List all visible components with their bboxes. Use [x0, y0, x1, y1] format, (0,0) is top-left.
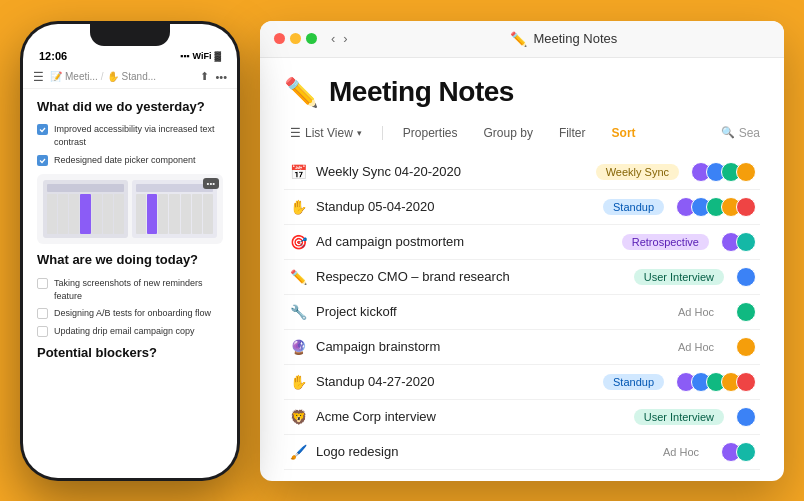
search-icon: 🔍	[721, 126, 735, 139]
avatar	[736, 372, 756, 392]
phone-navigation: ☰ 📝 Meeti... / ✋ Stand... ⬆ •••	[23, 66, 237, 89]
page-emoji: ✏️	[284, 76, 319, 109]
page-title: Meeting Notes	[329, 76, 514, 108]
phone-notch	[90, 24, 170, 46]
avatar	[736, 337, 756, 357]
meeting-emoji: 🔧	[288, 304, 308, 320]
meeting-avatars	[736, 337, 756, 357]
share-icon[interactable]: ⬆	[200, 70, 209, 83]
meeting-emoji: 🦁	[288, 409, 308, 425]
sort-button[interactable]: Sort	[606, 123, 642, 143]
avatar	[736, 232, 756, 252]
meeting-name: Acme Corp interview	[316, 409, 626, 424]
breadcrumb-emoji-1: 📝	[50, 71, 62, 82]
phone-time: 12:06	[39, 50, 67, 62]
unchecked-text-3: Updating drip email campaign copy	[54, 325, 195, 338]
avatar	[736, 267, 756, 287]
properties-button[interactable]: Properties	[397, 123, 464, 143]
traffic-lights	[274, 33, 317, 44]
meeting-emoji: ✋	[288, 199, 308, 215]
meeting-tag: Standup	[603, 199, 664, 215]
battery-icon: ▓	[214, 51, 221, 61]
window-nav: ‹ ›	[331, 31, 348, 46]
checkbox-2[interactable]	[37, 155, 48, 166]
checkbox-3[interactable]	[37, 278, 48, 289]
meeting-emoji: 🔮	[288, 339, 308, 355]
meeting-row[interactable]: ✋Standup 04-27-2020Standup	[284, 365, 760, 400]
window-title-text: Meeting Notes	[533, 31, 617, 46]
back-button[interactable]: ‹	[331, 31, 335, 46]
checked-item-1: Improved accessibility via increased tex…	[37, 123, 223, 148]
meeting-tag: Standup	[603, 374, 664, 390]
meeting-row[interactable]: ✋Standup 05-04-2020Standup	[284, 190, 760, 225]
search-box[interactable]: 🔍 Sea	[721, 126, 760, 140]
meeting-row[interactable]: 🦁Acme Corp interviewUser Interview	[284, 400, 760, 435]
close-button[interactable]	[274, 33, 285, 44]
meeting-avatars	[676, 197, 756, 217]
signal-icon: ▪▪▪	[180, 51, 190, 61]
window-titlebar: ‹ › ✏️ Meeting Notes	[260, 21, 784, 58]
more-icon[interactable]: •••	[215, 71, 227, 83]
meeting-row[interactable]: 🔧Project kickoffAd Hoc	[284, 295, 760, 330]
avatar	[736, 442, 756, 462]
meeting-emoji: ✏️	[288, 269, 308, 285]
window-body: ✏️ Meeting Notes ☰ List View ▾ Propertie…	[260, 58, 784, 481]
page-title-row: ✏️ Meeting Notes	[284, 76, 760, 109]
filter-button[interactable]: Filter	[553, 123, 592, 143]
avatar	[736, 162, 756, 182]
window-title-emoji: ✏️	[510, 31, 527, 47]
forward-button[interactable]: ›	[343, 31, 347, 46]
group-by-button[interactable]: Group by	[478, 123, 539, 143]
checkbox-5[interactable]	[37, 326, 48, 337]
breadcrumb-item-2[interactable]: Stand...	[122, 71, 156, 82]
checkbox-1[interactable]	[37, 124, 48, 135]
meeting-row[interactable]: 🖌️Logo redesignAd Hoc	[284, 435, 760, 470]
meeting-tag: Ad Hoc	[653, 444, 709, 460]
unchecked-text-1: Taking screenshots of new reminders feat…	[54, 277, 223, 302]
meeting-tag: Ad Hoc	[668, 339, 724, 355]
meeting-row[interactable]: 🔮Campaign brainstormAd Hoc	[284, 330, 760, 365]
meeting-row[interactable]: 📊A/B test findingsAd Hoc	[284, 470, 760, 471]
meeting-tag: User Interview	[634, 409, 724, 425]
breadcrumb-item-1[interactable]: Meeti...	[65, 71, 98, 82]
image-preview: •••	[37, 174, 223, 244]
list-view-chevron: ▾	[357, 128, 362, 138]
meeting-avatars	[721, 442, 756, 462]
search-label: Sea	[739, 126, 760, 140]
maximize-button[interactable]	[306, 33, 317, 44]
list-view-button[interactable]: ☰ List View ▾	[284, 123, 368, 143]
meeting-name: Standup 04-27-2020	[316, 374, 595, 389]
section3-title: Potential blockers?	[37, 345, 223, 362]
meeting-emoji: 🎯	[288, 234, 308, 250]
meeting-name: Standup 05-04-2020	[316, 199, 595, 214]
meeting-name: Campaign brainstorm	[316, 339, 660, 354]
meeting-avatars	[721, 232, 756, 252]
toolbar: ☰ List View ▾ Properties Group by Filter…	[284, 123, 760, 143]
section1-title: What did we do yesterday?	[37, 99, 223, 116]
meeting-tag: User Interview	[634, 269, 724, 285]
meeting-emoji: ✋	[288, 374, 308, 390]
unchecked-text-2: Designing A/B tests for onboarding flow	[54, 307, 211, 320]
meeting-name: Respeczo CMO – brand research	[316, 269, 626, 284]
list-view-label: List View	[305, 126, 353, 140]
checked-text-2: Redesigned date picker component	[54, 154, 196, 167]
meeting-avatars	[736, 407, 756, 427]
meeting-row[interactable]: 📅Weekly Sync 04-20-2020Weekly Sync	[284, 155, 760, 190]
phone-content: What did we do yesterday? Improved acces…	[23, 89, 237, 478]
meeting-row[interactable]: ✏️Respeczo CMO – brand researchUser Inte…	[284, 260, 760, 295]
checkbox-4[interactable]	[37, 308, 48, 319]
breadcrumb-separator: /	[101, 71, 104, 82]
meeting-tag: Ad Hoc	[668, 304, 724, 320]
meeting-name: Project kickoff	[316, 304, 660, 319]
phone-nav-actions: ⬆ •••	[200, 70, 227, 83]
hamburger-icon[interactable]: ☰	[33, 70, 44, 84]
meeting-name: Logo redesign	[316, 444, 645, 459]
properties-label: Properties	[403, 126, 458, 140]
unchecked-item-3: Updating drip email campaign copy	[37, 325, 223, 338]
meeting-avatars	[691, 162, 756, 182]
meeting-row[interactable]: 🎯Ad campaign postmortemRetrospective	[284, 225, 760, 260]
checked-item-2: Redesigned date picker component	[37, 154, 223, 167]
desktop-window: ‹ › ✏️ Meeting Notes ✏️ Meeting Notes ☰ …	[260, 21, 784, 481]
minimize-button[interactable]	[290, 33, 301, 44]
phone-status-icons: ▪▪▪ WiFi ▓	[180, 51, 221, 61]
